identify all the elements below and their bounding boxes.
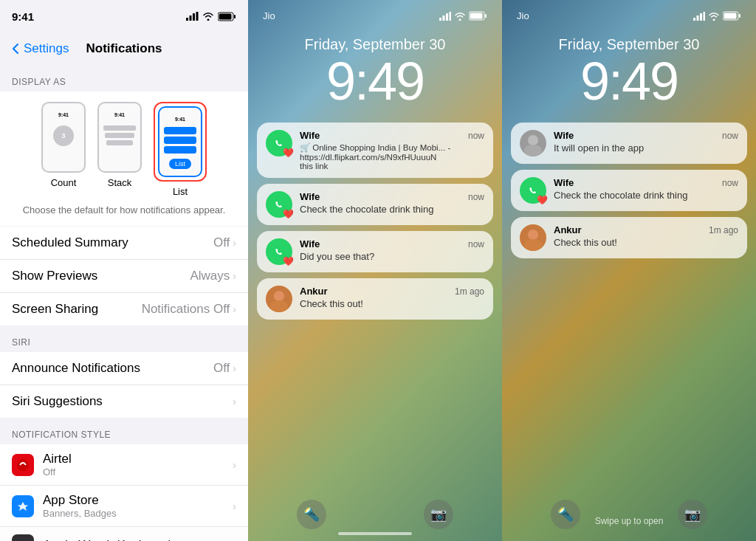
ls1-battery-icon — [469, 11, 487, 21]
ls2-notifications: Wife now It will open in the app ❤️ — [511, 123, 747, 258]
ls1-flashlight-icon[interactable]: 🔦 — [297, 500, 326, 529]
ls1-heart-badge-2: ❤️ — [283, 209, 294, 219]
status-bar: 9:41 — [0, 0, 248, 32]
back-chevron-icon — [12, 43, 19, 55]
ls1-notif-ankur[interactable]: Ankur 1m ago Check this out! — [257, 278, 493, 320]
svg-rect-1 — [190, 15, 192, 21]
ls1-notif-name-2: Wife — [300, 191, 320, 202]
stack-mockup: 9:41 — [97, 102, 142, 173]
ls1-notif-name-3: Wife — [300, 238, 320, 249]
display-option-count[interactable]: 9:41 3 Count — [41, 102, 86, 197]
list-selected-border: 9:41 List — [154, 102, 207, 182]
ls1-status-icons — [439, 11, 487, 21]
ls1-notifications: ❤️ Wife now 🛒 Online Shopping India | Bu… — [257, 123, 493, 320]
airtel-name: Airtel — [43, 452, 233, 466]
announce-notifications-value: Off — [213, 361, 230, 376]
ls1-notif-wife-3[interactable]: ❤️ Wife now Did you see that? — [257, 231, 493, 272]
back-label: Settings — [24, 41, 69, 56]
ls1-notif-text-1: 🛒 Online Shopping India | Buy Mobi... - — [300, 142, 484, 153]
ls1-wifi-icon — [454, 12, 466, 21]
ls1-notif-text-1c: this link — [300, 162, 484, 170]
ls2-notif-text-3: Check this out! — [554, 237, 738, 248]
ls2-notif-time-1: now — [722, 131, 738, 141]
screen-sharing-row[interactable]: Screen Sharing Notifications Off › — [0, 293, 248, 325]
svg-rect-25 — [700, 13, 702, 21]
ls1-home-indicator — [338, 532, 412, 535]
ls2-notif-wife-2[interactable]: ❤️ Wife now Check the chocolate drink th… — [511, 170, 747, 211]
ls2-notif-text-1: It will open in the app — [554, 142, 738, 154]
svg-rect-19 — [470, 13, 483, 19]
list-button: List — [169, 159, 191, 169]
back-button[interactable]: Settings — [12, 41, 69, 56]
ls1-notif-time-4: 1m ago — [455, 286, 484, 297]
svg-rect-29 — [724, 13, 737, 19]
display-option-stack[interactable]: 9:41 Stack — [97, 102, 142, 197]
list-mockup: 9:41 List — [158, 106, 202, 177]
settings-content: DISPLAY AS 9:41 3 Count 9:41 — [0, 65, 248, 541]
screen-sharing-label: Screen Sharing — [12, 302, 142, 317]
siri-rows-group: Announce Notifications Off › Siri Sugges… — [0, 352, 248, 418]
display-options: 9:41 3 Count 9:41 — [12, 102, 236, 197]
chevron-icon: › — [233, 270, 236, 282]
airtel-row[interactable]: Airtel Off › — [0, 444, 248, 486]
scheduled-summary-row[interactable]: Scheduled Summary Off › — [0, 227, 248, 260]
svg-point-21 — [274, 291, 284, 301]
svg-rect-14 — [443, 15, 445, 21]
ls1-notif-wife-1[interactable]: ❤️ Wife now 🛒 Online Shopping India | Bu… — [257, 123, 493, 178]
display-option-list[interactable]: 9:41 List List — [154, 102, 207, 197]
ls2-notif-name-3: Ankur — [554, 224, 582, 235]
show-previews-row[interactable]: Show Previews Always › — [0, 260, 248, 293]
battery-icon — [218, 12, 236, 21]
ls1-notif-time-1: now — [468, 131, 484, 141]
svg-rect-18 — [485, 14, 487, 18]
svg-point-32 — [524, 145, 542, 156]
nav-bar: Settings Notifications — [0, 32, 248, 65]
ls1-notif-text-1b: https://dl.flipkart.com/s/N9xfHUuuuN — [300, 153, 484, 162]
ls1-status-bar: Jio — [248, 0, 502, 21]
signal-icon — [186, 12, 199, 21]
airtel-icon — [12, 454, 34, 476]
siri-section-header: SIRI — [0, 325, 248, 352]
ls1-heart-badge-1: ❤️ — [283, 148, 294, 158]
screen-sharing-value: Notifications Off — [142, 302, 230, 317]
siri-suggestions-row[interactable]: Siri Suggestions › — [0, 385, 248, 418]
settings-panel: 9:41 — [0, 0, 248, 541]
ls2-swipe-text: Swipe up to open — [502, 516, 756, 526]
ls1-carrier: Jio — [263, 10, 275, 21]
ls1-notif-name-4: Ankur — [300, 286, 328, 297]
ls1-camera-icon[interactable]: 📷 — [424, 500, 453, 529]
announce-notifications-row[interactable]: Announce Notifications Off › — [0, 352, 248, 385]
chevron-icon: › — [233, 237, 236, 249]
lock-screen-2: Jio Fri — [502, 0, 756, 541]
svg-point-34 — [528, 230, 538, 240]
announce-notifications-label: Announce Notifications — [12, 361, 213, 376]
chevron-icon: › — [233, 459, 236, 471]
apple-watch-keyboard-row[interactable]: Apple Watch Keyboard › — [0, 527, 248, 541]
apple-watch-keyboard-icon — [12, 534, 34, 541]
chevron-icon: › — [233, 303, 236, 315]
ls2-notif-name-2: Wife — [554, 177, 574, 188]
app-store-row[interactable]: App Store Banners, Badges › — [0, 486, 248, 527]
ls2-battery-icon — [723, 11, 741, 21]
ls2-wa-avatar-1 — [520, 130, 546, 156]
svg-rect-24 — [697, 15, 699, 21]
ls2-heart-badge-2: ❤️ — [537, 195, 548, 205]
ls2-signal-icon — [693, 12, 705, 21]
siri-suggestions-label: Siri Suggestions — [12, 394, 233, 409]
ls2-notif-ankur[interactable]: Ankur 1m ago Check this out! — [511, 217, 747, 258]
display-as-section: 9:41 3 Count 9:41 — [0, 92, 248, 226]
ls2-notif-wife-1[interactable]: Wife now It will open in the app — [511, 123, 747, 164]
ls1-notif-time-2: now — [468, 192, 484, 202]
ls1-notif-name-1: Wife — [300, 130, 320, 141]
count-mockup: 9:41 3 — [41, 102, 86, 173]
status-icons — [186, 12, 236, 21]
ls1-notif-wife-2[interactable]: ❤️ Wife now Check the chocolate drink th… — [257, 184, 493, 225]
ls2-wifi-icon — [708, 12, 720, 21]
settings-rows-group: Scheduled Summary Off › Show Previews Al… — [0, 227, 248, 325]
scheduled-summary-label: Scheduled Summary — [12, 235, 213, 250]
svg-point-31 — [528, 135, 538, 145]
ls2-ankur-avatar — [520, 224, 546, 251]
ls1-ankur-avatar — [266, 286, 292, 312]
notification-style-group: Airtel Off › App Store Banners, Badges › — [0, 444, 248, 541]
ls2-status-bar: Jio — [502, 0, 756, 21]
